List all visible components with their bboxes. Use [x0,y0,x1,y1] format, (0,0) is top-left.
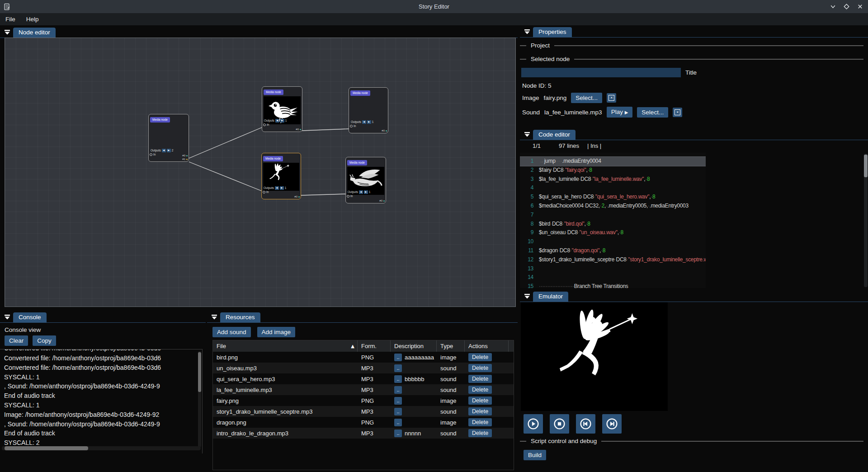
delete-button[interactable]: Delete [468,353,492,361]
tab-emulator[interactable]: Emulator [533,292,568,302]
output-pin[interactable]: #0 [296,127,301,131]
decrement-button[interactable]: ◀ [362,120,366,124]
minimize-button[interactable] [829,3,836,10]
clear-image-button[interactable]: × [607,93,616,103]
output-pin[interactable]: #0 [182,154,188,157]
decrement-button[interactable]: ◀ [162,149,166,152]
collapse-icon[interactable] [211,314,217,320]
code-line[interactable]: 14 [520,273,706,282]
decrement-button[interactable]: ◀ [275,186,279,190]
collapse-icon[interactable] [4,29,10,35]
emulator-play-button[interactable] [524,414,543,434]
decrement-button[interactable]: ◀ [275,119,279,123]
table-row[interactable]: bird.png PNG ..aaaaaaaaa image Delete [213,352,514,363]
input-pin[interactable] [150,153,152,156]
increment-button[interactable]: ▶ [367,120,371,124]
delete-button[interactable]: Delete [468,418,492,426]
media-node-dragon[interactable]: Media node Outputs ◀ ▶ 1 In #0 [345,157,386,203]
media-node-bird[interactable]: Media node Outputs ◀ ▶ 1 In #0 [262,86,302,132]
code-editor-area[interactable]: 1→jump····.mediaEntry00042$fairy·DC8·"fa… [520,153,706,288]
node-canvas[interactable]: Media node Outputs ◀ ▶ 2 In #0 #1 Media … [5,38,516,307]
emulator-stop-button[interactable] [550,414,569,434]
code-line[interactable]: 6$mediaChoice0004·DC32,·2,·.mediaEntry00… [520,202,706,211]
menu-help[interactable]: Help [21,14,44,24]
code-line[interactable]: 3$la_fee_luminelle·DC8·"la_fee_luminelle… [520,175,706,184]
column-actions[interactable]: Actions [465,340,509,352]
media-node-fairy[interactable]: Media node Outputs ◀ ▶ 1 In #0 [261,153,301,199]
code-line[interactable]: 10 [520,237,706,246]
code-line[interactable]: 1→jump····.mediaEntry0004 [520,156,706,166]
tab-console[interactable]: Console [13,312,47,322]
edit-description-button[interactable]: .. [394,364,402,372]
edit-description-button[interactable]: .. [394,408,402,415]
column-description[interactable]: Description [391,340,437,352]
input-pin[interactable] [263,123,266,126]
title-input[interactable] [521,68,681,77]
console-log[interactable]: Convertered file: /home/anthony/ostproj/… [0,349,203,453]
tab-code-editor[interactable]: Code editor [533,130,576,140]
increment-button[interactable]: ▶ [280,119,284,123]
media-node-start[interactable]: Media node Outputs ◀ ▶ 2 In #0 #1 [148,114,189,162]
media-node-choice[interactable]: Media node Outputs ◀ ▶ 1 In #0 [349,87,388,133]
increment-button[interactable]: ▶ [167,149,171,152]
table-row[interactable]: fairy.png PNG .. image Delete [213,395,514,406]
table-row[interactable]: story1_drako_luminelle_sceptre.mp3 MP3 .… [213,406,514,417]
edit-description-button[interactable]: .. [394,430,402,437]
edit-description-button[interactable]: .. [394,375,402,383]
build-button[interactable]: Build [524,450,546,460]
edit-description-button[interactable]: .. [394,419,402,426]
code-line[interactable]: 2$fairy·DC8·"fairy.qoi",·8 [520,166,706,175]
menu-file[interactable]: File [0,14,21,24]
code-line[interactable]: 9$un_oiseau·DC8·"un_oiseau.wav",·8 [520,228,706,237]
code-line[interactable]: 5$qui_sera_le_hero·DC8·"qui_sera_le_hero… [520,193,706,202]
output-pin[interactable]: #0 [294,195,300,198]
tab-resources[interactable]: Resources [220,312,260,322]
input-pin[interactable] [347,195,349,198]
add-sound-button[interactable]: Add sound [212,327,251,337]
input-pin[interactable] [263,191,265,194]
code-line[interactable]: 15·····················Branch Tree Trans… [520,282,706,288]
edit-description-button[interactable]: .. [394,354,402,361]
delete-button[interactable]: Delete [468,407,492,415]
edit-description-button[interactable]: .. [394,397,402,405]
delete-button[interactable]: Delete [468,375,492,383]
column-file[interactable]: File ▲ [213,340,358,352]
edit-description-button[interactable]: .. [394,386,402,394]
table-row[interactable]: intro_drako_le_dragon.mp3 MP3 ..nnnnn so… [213,428,514,439]
table-row[interactable]: qui_sera_le_hero.mp3 MP3 ..bbbbbb sound … [213,373,514,384]
delete-button[interactable]: Delete [468,364,492,372]
column-format[interactable]: Form. [358,340,391,352]
emulator-step-back-button[interactable] [576,414,595,434]
decrement-button[interactable]: ◀ [359,190,363,194]
increment-button[interactable]: ▶ [280,186,284,190]
maximize-button[interactable] [843,3,850,10]
tab-properties[interactable]: Properties [533,27,572,37]
output-pin[interactable]: #1 [182,157,188,161]
add-image-button[interactable]: Add image [257,327,296,337]
collapse-icon[interactable] [524,293,530,299]
output-pin[interactable]: #0 [382,129,387,132]
clear-sound-button[interactable]: × [673,108,682,117]
tab-node-editor[interactable]: Node editor [13,28,56,38]
collapse-icon[interactable] [524,131,530,137]
delete-button[interactable]: Delete [468,429,492,437]
output-pin[interactable]: #0 [379,199,385,203]
column-type[interactable]: Type [437,340,465,352]
close-button[interactable] [856,3,863,10]
code-editor-scrollbar[interactable] [864,154,868,287]
table-row[interactable]: un_oiseau.mp3 MP3 .. sound Delete [213,363,514,373]
table-row[interactable]: la_fee_luminelle.mp3 MP3 .. sound Delete [213,384,514,395]
emulator-step-forward-button[interactable] [602,414,622,434]
code-line[interactable]: 11$dragon·DC8·"dragon.qoi",·8 [520,246,706,255]
input-pin[interactable] [350,125,353,127]
code-line[interactable]: 12$story1_drako_luminelle_sceptre·DC8·"s… [520,255,706,264]
code-line[interactable]: 13 [520,264,706,274]
select-image-button[interactable]: Select... [571,93,602,103]
console-h-scrollbar[interactable] [2,446,201,450]
console-v-scrollbar[interactable] [198,351,201,447]
table-row[interactable]: dragon.png PNG .. image Delete [213,417,514,428]
play-sound-button[interactable]: Play ▶ [607,107,633,118]
increment-button[interactable]: ▶ [364,190,368,194]
code-line[interactable]: 7 [520,211,706,220]
clear-button[interactable]: Clear [5,335,28,346]
